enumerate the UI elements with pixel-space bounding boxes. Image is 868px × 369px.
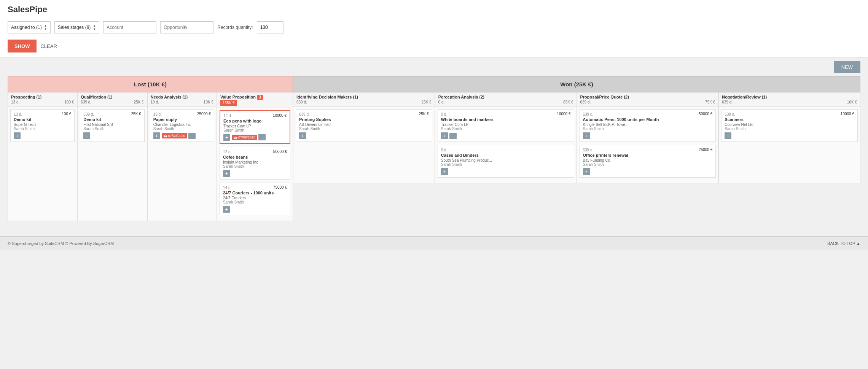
stage-negotiation-cards: 639 d.10000 € Scanners Coolview Net Ltd … (719, 107, 860, 183)
sales-stages-select[interactable]: Sales stages (8) ▲▼ (54, 21, 100, 33)
card-actions: + 📅07/08/2020 ... (223, 134, 287, 141)
card-days: 639 d. (725, 112, 735, 116)
stage-qualification-cards: 639 d.25K € Demo kit First National S/B … (78, 107, 147, 183)
card-days: 19 d. (153, 112, 162, 116)
account-input[interactable] (103, 21, 156, 33)
stage-needs-analysis-cards: 19 d.25000 € Paper suply Chandler Logist… (148, 107, 217, 183)
stage-identifying-header: Identifying Decision Makers (1) 639 d. 2… (293, 92, 435, 107)
add-button[interactable]: + (299, 132, 306, 139)
stage-negotiation: Negotiation/Review (1) 639 d. 10K € 639 … (718, 92, 860, 183)
stage-perception-title: Perception Analysis (2) (438, 95, 573, 99)
stage-proposal-days: 639 d. (580, 100, 591, 104)
card-title[interactable]: Office printers renewal (583, 153, 713, 157)
stage-perception-cards: 0 d.10000 € White boards and markers Tra… (435, 107, 577, 183)
card-amount: 10000 € (273, 113, 287, 118)
card-title[interactable]: Cofee beans (223, 155, 287, 159)
stage-value-proposition-header: Value Proposition 3 135K € (217, 92, 293, 108)
card-actions: + (83, 132, 141, 139)
card-cofee-beans: 12 d.50000 € Cofee beans Insight Marketi… (220, 147, 290, 180)
stage-identifying-amount: 25K € (422, 100, 432, 104)
add-button[interactable]: + (223, 170, 230, 177)
stage-needs-analysis-title: Needs Analysis (1) (151, 95, 213, 99)
won-stages-row: Identifying Decision Makers (1) 639 d. 2… (293, 92, 860, 183)
stage-perception-days: 0 d. (438, 100, 445, 104)
stage-prospecting-days: 13 d. (11, 100, 19, 104)
stage-needs-analysis: Needs Analysis (1) 19 d. 10K € 19 d.2500… (147, 92, 217, 221)
stage-qualification-days: 639 d. (81, 100, 91, 104)
add-button[interactable]: + (725, 132, 731, 139)
new-button[interactable]: NEW (834, 61, 860, 73)
back-to-top-link[interactable]: BACK TO TOP ▲ (827, 241, 860, 246)
card-title[interactable]: Paper suply (153, 117, 211, 122)
card-amount: 10000 € (841, 112, 854, 116)
more-button[interactable]: ... (258, 134, 266, 140)
add-button[interactable]: + (83, 132, 90, 139)
stage-proposal-title: Proposal/Price Quote (2) (580, 95, 715, 99)
add-button[interactable]: + (583, 132, 590, 139)
add-button[interactable]: + (583, 168, 590, 175)
card-title[interactable]: Demo kit (14, 117, 71, 122)
card-person: Sarah Smith (583, 127, 713, 131)
stage-needs-analysis-days: 19 d. (151, 100, 159, 104)
card-days: 0 d. (441, 148, 448, 152)
lost-stages-row: Prospecting (1) 13 d. 100 € 13 d.100 € D… (8, 92, 293, 221)
stage-value-proposition-badge: 135K € (220, 100, 237, 106)
card-title[interactable]: Cases and Binders (441, 153, 571, 157)
opportunity-input[interactable] (160, 21, 213, 33)
more-button[interactable]: ... (188, 133, 196, 139)
card-cases-binders: 0 d. Cases and Binders South Sea Plumbin… (438, 145, 574, 178)
card-title[interactable]: White boards and markers (441, 117, 571, 122)
add-button[interactable]: + (14, 132, 21, 139)
card-days: 639 d. (583, 112, 594, 116)
card-person: Sarah Smith (223, 128, 287, 132)
stage-prospecting-header: Prospecting (1) 13 d. 100 € (8, 92, 77, 107)
more-button[interactable]: ... (449, 133, 457, 139)
card-days: 639 d. (299, 112, 310, 116)
card-days: 12 d. (223, 114, 232, 118)
card-title[interactable]: Demo kit (83, 117, 141, 122)
card-amount: 25K € (419, 112, 429, 116)
card-amount: 10000 € (557, 112, 570, 116)
stage-needs-analysis-amount: 10K € (204, 100, 213, 104)
stage-prospecting-cards: 13 d.100 € Demo kit SuperG Tech Sarah Sm… (8, 107, 77, 183)
date-badge: 📅07/08/2020 (232, 135, 257, 140)
card-title[interactable]: Automatic Pens- 1000 units per Month (583, 117, 713, 122)
card-company: Insight Marketing Inc (223, 160, 287, 164)
stage-prospecting: Prospecting (1) 13 d. 100 € 13 d.100 € D… (8, 92, 77, 221)
card-person: Sarah Smith (583, 162, 713, 167)
card-printing: 639 d.25K € Printing Suplies AB Drivers … (296, 109, 432, 142)
sales-stages-arrows: ▲▼ (93, 24, 96, 31)
stage-qualification-amount: 25K € (134, 100, 144, 104)
add-button[interactable]: + (223, 134, 230, 141)
stage-proposal-cards: 639 d.50000 € Automatic Pens- 1000 units… (577, 107, 718, 183)
card-demo-kit-2: 639 d.25K € Demo kit First National S/B … (80, 109, 144, 142)
stage-qualification: Qualification (1) 639 d. 25K € 639 d.25K… (77, 92, 147, 221)
add-button[interactable]: + (223, 206, 230, 213)
stage-perception-amount: 85K € (563, 100, 573, 104)
card-amount: 25000 € (197, 112, 211, 116)
calendar-icon: 📅 (233, 135, 237, 139)
show-button[interactable]: SHOW (8, 40, 37, 52)
assigned-to-arrows: ▲▼ (44, 24, 47, 31)
stage-value-proposition-cards: 12 d.10000 € Eco pens with logo Tracker … (217, 108, 293, 221)
footer: © Supercharged by SuiteCRM © Powered By … (0, 236, 868, 250)
add-button[interactable]: + (441, 132, 448, 139)
card-actions: + (583, 168, 713, 175)
card-title[interactable]: 24/7 Couriers - 1000 units (223, 191, 287, 195)
stage-prospecting-meta: 13 d. 100 € (11, 100, 74, 104)
card-title[interactable]: Scanners (725, 117, 854, 122)
card-days: 14 d. (223, 186, 231, 190)
card-company: Coolview Net Ltd (725, 122, 854, 127)
add-button[interactable]: + (153, 132, 160, 139)
clear-button[interactable]: CLEAR (40, 43, 57, 49)
card-title[interactable]: Eco pens with logo (223, 119, 287, 123)
assigned-to-select[interactable]: Assigned to (1) ▲▼ (8, 21, 51, 33)
card-whiteboards: 0 d.10000 € White boards and markers Tra… (438, 109, 574, 142)
card-title[interactable]: Printing Suplies (299, 117, 429, 122)
card-actions: + (14, 132, 71, 139)
records-input[interactable] (257, 21, 283, 33)
kanban-board: Lost (10K €) Prospecting (1) 13 d. 100 € (8, 76, 860, 221)
add-button[interactable]: + (441, 168, 448, 175)
stage-negotiation-header: Negotiation/Review (1) 639 d. 10K € (719, 92, 860, 107)
stage-perception-header: Perception Analysis (2) 0 d. 85K € (435, 92, 577, 107)
